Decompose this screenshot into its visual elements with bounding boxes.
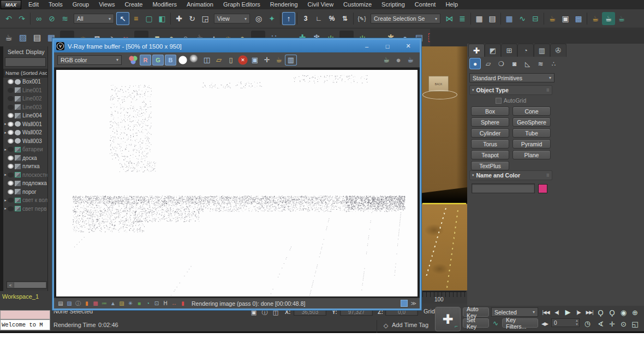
vfb-dock-icon[interactable] (401, 300, 408, 307)
sep[interactable] (30, 13, 31, 25)
bind-to-spacewarp-icon[interactable]: ≋ (58, 12, 71, 25)
go-to-start-icon[interactable]: |◀◀ (540, 307, 551, 317)
select-rotate-icon[interactable]: ↻ (186, 12, 199, 25)
select-object-icon[interactable]: ↖ (116, 12, 129, 25)
autogrid-checkbox[interactable] (496, 98, 502, 104)
interactive-render-icon[interactable]: ☕ (404, 55, 416, 66)
named-selection-sets-dropdown[interactable]: Create Selection Se▾ (371, 14, 440, 23)
create-shapes-icon[interactable]: ▱ (482, 58, 494, 69)
render-settings-icon[interactable]: ▤ (30, 31, 44, 45)
red-channel-icon[interactable]: R (140, 55, 151, 66)
redo-icon[interactable]: ↷ (15, 12, 28, 25)
primitive-button[interactable]: Plane (512, 150, 551, 159)
curves-icon[interactable]: ▲ (109, 299, 117, 307)
primitive-button[interactable]: Cylinder (471, 128, 509, 138)
info-icon[interactable]: ⓘ (74, 299, 82, 307)
save-image-icon[interactable]: ◫ (201, 55, 213, 66)
go-to-end-icon[interactable]: ▶▶| (584, 307, 595, 317)
track-mouse-icon[interactable]: ✛ (261, 55, 273, 66)
window-crossing-icon[interactable]: ◧ (156, 12, 169, 25)
drag-handle-icon[interactable]: ⠿ (546, 173, 550, 178)
zoom-icon[interactable]: Ϙ (595, 307, 606, 317)
rendered-image-icon[interactable]: ▨ (16, 31, 30, 45)
max-logo[interactable]: MAX (1, 0, 21, 9)
close-button[interactable]: ✕ (398, 41, 419, 51)
curve-editor-icon[interactable]: ∿ (516, 12, 529, 25)
zoom-all-icon[interactable]: Ϙ (606, 307, 618, 317)
auto-key-button[interactable]: Auto Key (463, 307, 489, 317)
angle-snap-icon[interactable]: ∟ (312, 12, 325, 25)
visibility-eye-icon[interactable] (8, 96, 14, 101)
menu-item[interactable]: Tools (44, 0, 68, 9)
visibility-eye-icon[interactable] (8, 198, 14, 203)
curve-ctrl-icon[interactable]: ◔ (144, 299, 152, 307)
list-item[interactable]: ▸ порог (3, 188, 47, 197)
menu-item[interactable]: Scripting (377, 0, 410, 9)
orbit-icon[interactable]: ⊙ (618, 319, 629, 329)
maxscript-mini-listener[interactable] (0, 310, 50, 319)
rendered-frame-icon[interactable]: ▩ (572, 12, 585, 25)
folder-icon[interactable]: ▤ (56, 299, 65, 307)
key-step-toggle-icon[interactable]: ◀▶ (539, 319, 550, 328)
color-corrections-icon[interactable]: ▮ (82, 299, 91, 307)
object-color-swatch[interactable] (538, 184, 547, 193)
maximize-button[interactable]: □ (377, 41, 398, 51)
region-render-icon[interactable] (428, 33, 430, 42)
list-item[interactable]: ▸ Wall001 (3, 120, 47, 129)
visibility-eye-icon[interactable] (8, 164, 14, 169)
menu-item[interactable]: Views (94, 0, 120, 9)
maxscript-listener[interactable]: Welcome to M (0, 319, 50, 330)
sep[interactable] (297, 13, 297, 25)
vray-teapot-icon[interactable]: ☕ (2, 31, 16, 45)
sharpen-icon[interactable]: ✳ (126, 299, 135, 307)
expand-twisty-icon[interactable]: ▸ (3, 206, 8, 211)
select-by-name-icon[interactable]: ≡ (129, 12, 142, 25)
create-systems-icon[interactable]: ∴ (548, 58, 559, 69)
menu-item[interactable]: Modifiers (147, 0, 182, 9)
hsl-icon[interactable]: ▩ (91, 299, 100, 307)
histogram-icon[interactable]: H (161, 299, 170, 307)
list-item[interactable]: ▸ батареи (3, 145, 47, 154)
visibility-eye-icon[interactable] (8, 130, 14, 135)
primitive-button[interactable]: Cone (512, 106, 551, 116)
use-pivot-center-icon[interactable]: ◎ (252, 12, 265, 25)
duplicate-to-host-icon[interactable]: ▣ (249, 55, 261, 66)
visibility-eye-icon[interactable] (8, 79, 14, 84)
object-type-header[interactable]: ▾ Object Type ⠿ (469, 85, 552, 95)
list-item[interactable]: ▸ Line003 (3, 103, 47, 112)
create-spacewarps-icon[interactable]: ≋ (535, 58, 546, 69)
compare-icon[interactable]: ↔ (170, 299, 178, 307)
background-icon[interactable]: ■ (135, 299, 144, 307)
explorer-hscrollbar[interactable]: < (7, 281, 47, 289)
minimize-button[interactable]: – (356, 41, 377, 51)
create-helpers-icon[interactable]: ◺ (522, 58, 533, 69)
visibility-eye-icon[interactable] (8, 206, 14, 211)
display-colors-icon[interactable] (127, 55, 139, 66)
primitive-button[interactable]: TextPlus (471, 161, 509, 170)
menu-item[interactable]: Customize (338, 0, 377, 9)
primitive-button[interactable]: Tube (512, 128, 551, 138)
stamp-icon[interactable]: ▮ (178, 299, 187, 307)
tab-utilities[interactable]: ✇ (550, 44, 567, 57)
primitive-category-dropdown[interactable]: Standard Primitives ▾ (469, 73, 554, 82)
time-slider[interactable]: 100 (421, 290, 467, 304)
select-scale-icon[interactable]: ◲ (199, 12, 212, 25)
object-name-field[interactable] (472, 183, 535, 193)
named-selection-sets-icon[interactable]: {✎} (355, 12, 368, 25)
blue-channel-icon[interactable]: B (165, 55, 176, 66)
sep[interactable] (353, 13, 354, 25)
unlink-selection-icon[interactable]: ⊘ (45, 12, 58, 25)
sep[interactable] (544, 13, 544, 25)
add-time-tag[interactable]: Add Time Tag (392, 322, 428, 328)
next-frame-icon[interactable]: |▶ (573, 307, 584, 317)
stereo-icon[interactable]: ▥ (285, 55, 297, 66)
toggle-layer-explorer-icon[interactable]: ▤ (486, 12, 499, 25)
explorer-menu-display[interactable]: Display (26, 49, 44, 55)
align-icon[interactable]: ≣ (456, 12, 469, 25)
sep[interactable] (500, 13, 501, 25)
menu-item[interactable]: Group (68, 0, 94, 9)
create-lights-icon[interactable]: ❍ (496, 58, 507, 69)
primitive-button[interactable]: Box (471, 106, 509, 116)
select-move-icon[interactable]: ✚ (172, 12, 186, 25)
primitive-button[interactable]: GeoSphere (512, 117, 551, 127)
